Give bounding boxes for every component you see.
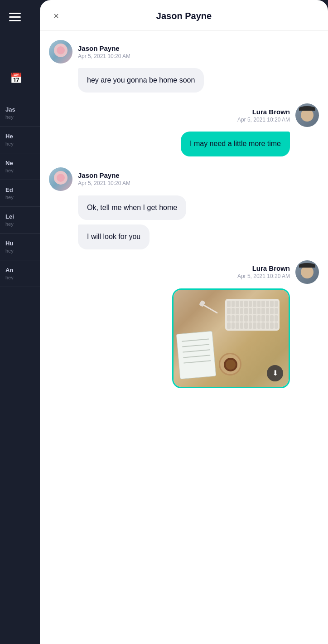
chat-header: × Jason Payne: [40, 0, 328, 31]
sender-name: Jason Payne: [78, 171, 130, 179]
sender-meta: Lura Brown Apr 5, 2021 10:20 AM: [237, 108, 290, 123]
list-item[interactable]: He hey: [0, 127, 45, 153]
keyboard-decoration: [225, 299, 280, 331]
chat-title: Jason Payne: [156, 11, 212, 21]
message-bubble: Ok, tell me when I get home: [78, 195, 186, 220]
list-item[interactable]: Ed hey: [0, 180, 45, 207]
image-message: ⬇: [172, 288, 290, 388]
list-item[interactable]: Hu hey: [0, 234, 45, 260]
list-item[interactable]: Ne hey: [0, 153, 45, 180]
sidebar: 📅 Jas hey He hey Ne hey Ed hey Lei hey H…: [0, 0, 45, 644]
message-group-3: Jason Payne Apr 5, 2021 10:20 AM Ok, tel…: [49, 167, 319, 249]
sender-info: Jason Payne Apr 5, 2021 10:20 AM: [49, 167, 130, 191]
calendar-icon[interactable]: 📅: [10, 73, 22, 84]
avatar-lura: [295, 103, 319, 127]
earphones-decoration: [202, 303, 218, 314]
message-bubble: hey are you gonna be home soon: [78, 68, 204, 93]
avatar-jason: [49, 167, 72, 191]
message-bubble: I will look for you: [78, 224, 150, 249]
list-item[interactable]: Lei hey: [0, 207, 45, 234]
sender-time: Apr 5, 2021 10:20 AM: [78, 53, 130, 59]
sender-info: Lura Brown Apr 5, 2021 10:20 AM: [237, 260, 319, 284]
sidebar-chat-list: Jas hey He hey Ne hey Ed hey Lei hey Hu …: [0, 100, 45, 287]
sender-name: Lura Brown: [252, 108, 290, 116]
sender-meta: Jason Payne Apr 5, 2021 10:20 AM: [78, 171, 130, 186]
sender-name: Jason Payne: [78, 44, 130, 52]
message-bubble: I may need a little more time: [181, 132, 290, 156]
message-group-1: Jason Payne Apr 5, 2021 10:20 AM hey are…: [49, 40, 319, 93]
sender-info: Lura Brown Apr 5, 2021 10:20 AM: [237, 103, 319, 127]
sender-name: Lura Brown: [252, 264, 290, 272]
message-group-2: Lura Brown Apr 5, 2021 10:20 AM I may ne…: [49, 103, 319, 156]
chat-messages: Jason Payne Apr 5, 2021 10:20 AM hey are…: [40, 31, 328, 644]
sender-time: Apr 5, 2021 10:20 AM: [78, 180, 130, 186]
coffee-decoration: [219, 353, 241, 376]
message-group-4: Lura Brown Apr 5, 2021 10:20 AM: [49, 260, 319, 388]
sender-meta: Jason Payne Apr 5, 2021 10:20 AM: [78, 44, 130, 59]
chat-panel: × Jason Payne Jason Payne Apr 5, 2021 10…: [40, 0, 328, 644]
sender-time: Apr 5, 2021 10:20 AM: [237, 117, 290, 123]
download-button[interactable]: ⬇: [267, 365, 283, 381]
notebook-decoration: [176, 331, 216, 379]
list-item[interactable]: Jas hey: [0, 100, 45, 127]
list-item[interactable]: An hey: [0, 260, 45, 287]
close-button[interactable]: ×: [49, 9, 63, 24]
sender-meta: Lura Brown Apr 5, 2021 10:20 AM: [237, 264, 290, 279]
menu-icon[interactable]: [9, 13, 21, 21]
sender-info: Jason Payne Apr 5, 2021 10:20 AM: [49, 40, 130, 63]
avatar-jason: [49, 40, 72, 63]
sender-time: Apr 5, 2021 10:20 AM: [237, 273, 290, 279]
avatar-lura: [295, 260, 319, 284]
